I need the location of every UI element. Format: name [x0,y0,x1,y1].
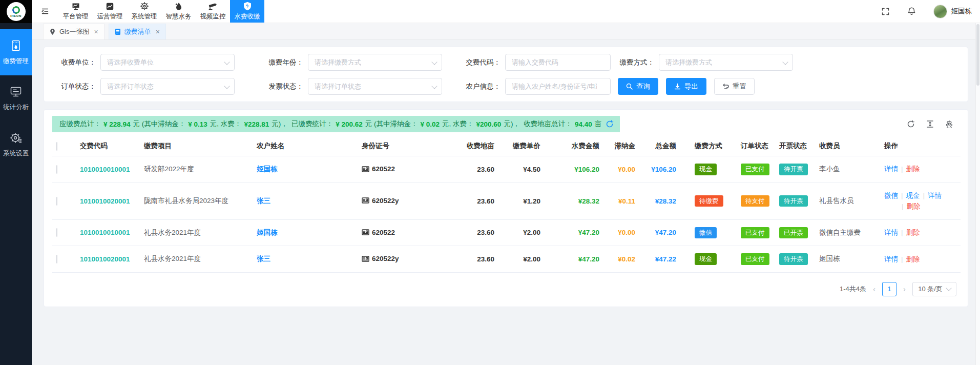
project-name: 陇南市礼县水务局2023年度 [140,182,253,219]
detail-link[interactable]: 详情 [884,165,898,173]
delete-link[interactable]: 删除 [906,165,920,173]
unit-price: ¥1.20 [523,197,540,205]
col-header: 农户姓名 [253,136,358,156]
total-amount: ¥28.32 [655,197,676,205]
op-separator: | [923,192,925,199]
tab-close-icon[interactable]: × [94,28,98,36]
next-page-icon[interactable]: › [903,285,906,293]
col-header: 收费员 [815,136,874,156]
row-checkbox[interactable] [56,165,57,174]
pay-method-badge: 现金 [695,164,717,175]
page-scrollbar[interactable] [975,23,980,365]
filter-charge-unit: 收费单位： [52,54,260,71]
total-amount: ¥47.20 [655,229,676,236]
row-checkbox[interactable] [56,228,57,237]
nav-item-label: 水费收缴 [235,12,260,21]
detail-link[interactable]: 详情 [928,192,942,199]
delete-link[interactable]: 删除 [906,255,920,263]
column-settings-icon[interactable] [945,120,953,128]
refresh-icon[interactable] [907,120,915,128]
filter-invoice-status: 发票状态： [260,78,457,95]
prev-page-icon[interactable]: ‹ [873,285,875,293]
row-checkbox[interactable] [56,197,57,206]
payment-code-input[interactable] [505,54,611,71]
tab-bar: Gis一张图 × 缴费清单 × [32,23,980,40]
nav-item-smart-water[interactable]: 智慧水务 [161,0,196,23]
page-size-value: 10 条/页 [918,285,943,294]
project-name: 礼县水务2021年度 [140,219,253,246]
detail-link[interactable]: 详情 [884,255,898,263]
density-icon[interactable] [926,120,934,128]
fullscreen-icon[interactable] [881,7,890,16]
invoice-status-select[interactable] [308,78,442,95]
filter-label: 发票状态： [265,82,303,91]
water-amount: ¥47.20 [578,229,599,236]
id-number: 620522y [372,197,399,205]
row-checkbox[interactable] [56,255,57,263]
sidebar-item-label: 缴费管理 [3,57,29,66]
map-pin-icon [49,28,56,35]
cash-pay-link[interactable]: 现金 [906,192,920,199]
summary-text: 元, 水费： [442,119,474,129]
payment-method-select[interactable] [659,54,793,71]
page-number-1[interactable]: 1 [882,282,896,296]
farmer-name-link[interactable]: 姬国栋 [257,165,278,173]
page-size-select[interactable]: 10 条/页 [912,282,956,296]
sidebar-item-settings[interactable]: 系统设置 [0,121,32,168]
delete-link[interactable]: 删除 [907,202,921,210]
nav-item-system[interactable]: 系统管理 [127,0,161,23]
tab-payment-list[interactable]: 缴费清单 × [109,24,166,39]
op-separator: | [902,202,904,210]
pay-method-badge: 现金 [695,253,717,265]
order-status-badge: 已支付 [741,253,769,265]
nav-item-operations[interactable]: 运营管理 [93,0,127,23]
project-name: 礼县水务2021年度 [140,246,253,273]
tab-close-icon[interactable]: × [156,28,160,36]
payment-year-select[interactable] [308,54,442,71]
summary-value: ¥ 0.13 [188,120,207,128]
filter-label: 农户信息： [462,82,501,91]
user-name[interactable]: 姬国栋 [951,7,972,16]
summary-value: 94.40 [575,120,592,128]
search-button[interactable]: 查询 [618,78,658,95]
filter-label: 收费单位： [57,58,96,67]
nav-item-label: 视频监控 [200,12,226,21]
user-avatar[interactable] [933,5,947,18]
scrollbar-thumb[interactable] [976,24,979,86]
late-fee: ¥0.11 [618,197,635,205]
app-logo: RIEON [0,0,32,23]
charge-unit-select[interactable] [100,54,235,71]
nav-item-platform[interactable]: 平台管理 [58,0,93,23]
total-amount: ¥106.20 [651,166,676,173]
summary-text: 应缴费总计： [59,119,101,129]
reset-button[interactable]: 重置 [714,78,755,95]
summary-refresh-icon[interactable] [606,120,614,128]
farmer-name-link[interactable]: 张三 [257,255,270,262]
farmer-info-input[interactable] [505,78,611,95]
chevron-down-icon [946,286,951,291]
filter-label: 缴费方式： [616,58,654,67]
select-all-checkbox[interactable] [56,142,57,151]
tab-gis-map[interactable]: Gis一张图 × [43,24,105,39]
sidebar-item-payment-management[interactable]: 缴费管理 [0,29,32,75]
farmer-name-link[interactable]: 张三 [257,197,270,205]
farmer-name-link[interactable]: 姬国栋 [257,229,278,236]
col-header: 缴费单价 [498,136,545,156]
op-separator: | [901,229,903,236]
logo-swirl-icon [11,5,21,15]
id-number: 620522 [372,229,395,236]
order-status-select[interactable] [100,78,235,95]
nav-item-video-monitor[interactable]: 视频监控 [196,0,230,23]
col-header: 总金额 [639,136,680,156]
nav-item-water-fee[interactable]: 水费收缴 [230,0,264,23]
sidebar-collapse-button[interactable] [32,0,58,23]
sidebar-item-statistics[interactable]: 统计分析 [0,75,32,121]
notification-bell-icon[interactable] [907,7,916,16]
shield-icon [243,2,252,11]
export-button[interactable]: 导出 [666,78,706,95]
detail-link[interactable]: 详情 [884,229,898,236]
wechat-pay-link[interactable]: 微信 [884,192,898,199]
water-amount: ¥106.20 [574,166,599,173]
payment-table: 交费代码 缴费项目 农户姓名 身份证号 收费地亩 缴费单价 水费金额 滞纳金 总… [52,136,961,273]
delete-link[interactable]: 删除 [906,229,920,236]
